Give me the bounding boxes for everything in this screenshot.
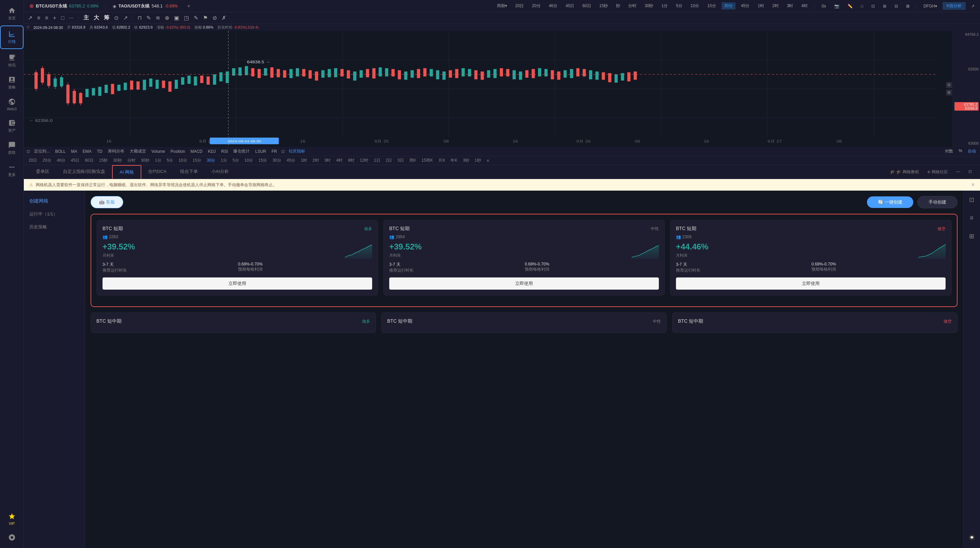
indicator-boll[interactable]: BOLL (54, 148, 67, 154)
strategy-card-5[interactable]: BTC 短中期 中性 (381, 313, 667, 333)
draw-rect[interactable]: □ (60, 14, 66, 22)
sidebar-item-community[interactable]: 群联 (0, 137, 24, 159)
p2-45m[interactable]: 45分 (285, 157, 297, 164)
p2-30m[interactable]: 30分 (205, 157, 217, 164)
p2-3d[interactable]: 3日 (395, 157, 406, 164)
draw-flag[interactable]: ⚑ (202, 14, 209, 22)
sidebar-item-market[interactable]: 行情 (0, 25, 24, 49)
indicator-liquidation[interactable]: 爆仓统计 (232, 148, 251, 155)
indicator-fr[interactable]: FR (270, 148, 278, 154)
sidebar-item-strategy[interactable]: 策略 (0, 72, 24, 94)
left-panel-running[interactable]: 运行中（1/1） (24, 208, 85, 221)
indicator-td[interactable]: TD (96, 148, 104, 154)
right-panel-btn3[interactable]: ⊞ (966, 230, 977, 243)
screenshot-btn[interactable]: 📷 (832, 3, 842, 9)
p2-3s[interactable]: 3秒 (461, 157, 471, 164)
p2-yeark[interactable]: 年K (449, 157, 459, 164)
draw-hline2[interactable]: ≡ (44, 14, 49, 22)
p2-15m[interactable]: 15分 (191, 157, 203, 164)
period-15s[interactable]: 15秒 (597, 2, 611, 10)
left-panel-create[interactable]: 创建网格 (24, 195, 85, 208)
p2-2d[interactable]: 2日 (384, 157, 394, 164)
p2-1h[interactable]: 1时 (299, 157, 309, 164)
p2-close[interactable]: × (485, 157, 492, 164)
p2-10m2[interactable]: 10分 (242, 157, 255, 164)
tab-combo-order[interactable]: 组合下单 (173, 165, 205, 179)
period-20m[interactable]: 20分 (529, 2, 543, 10)
tab-ai-analysis[interactable]: 小AI分析 (205, 165, 235, 179)
p2-45d[interactable]: 45日 (69, 157, 81, 164)
indicator-kdj[interactable]: KDJ (207, 148, 217, 154)
indicator-lsur[interactable]: LSUR (254, 148, 267, 154)
grid-community-btn[interactable]: ⊕ 网格社区 (924, 168, 951, 176)
indicator-position[interactable]: Position (169, 148, 186, 154)
p2-ft[interactable]: 分时 (125, 157, 138, 164)
p2-1m[interactable]: 1分 (153, 157, 164, 164)
tab-custom[interactable]: 自定义指标/回测/实盘 (56, 165, 112, 179)
p2-1s[interactable]: 1秒 (473, 157, 483, 164)
percent-btn[interactable]: % (957, 148, 964, 155)
indicator-macd[interactable]: MACD (189, 148, 204, 154)
period-45d[interactable]: 45日 (563, 2, 577, 10)
draw-filter[interactable]: ⊘ (211, 14, 218, 22)
p2-30s2[interactable]: 30秒 (139, 157, 151, 164)
sidebar-item-assets[interactable]: 资产 (0, 115, 24, 137)
period-1h[interactable]: 1时 (755, 2, 767, 10)
period-30s[interactable]: 30秒 (642, 2, 656, 10)
indicator-volume[interactable]: Volume (150, 148, 167, 154)
indicator-rsi[interactable]: RSI (220, 148, 229, 154)
draw-chips[interactable]: 筹 (102, 14, 111, 22)
p2-5m2[interactable]: 5分 (231, 157, 241, 164)
period-5m[interactable]: 5分 (673, 2, 685, 10)
layout1-btn[interactable]: ⊡ (869, 3, 878, 9)
draw-edit[interactable]: ✎ (192, 14, 200, 22)
card1-use-btn[interactable]: 立即使用 (102, 277, 372, 290)
period-46m[interactable]: 46分 (546, 2, 560, 10)
sidebar-item-more[interactable]: 更多 (0, 159, 24, 181)
box-btn[interactable]: □ (858, 3, 866, 9)
period-20d[interactable]: 20日 (512, 2, 527, 10)
draw-more[interactable]: ··· (68, 14, 75, 22)
strategy-card-1[interactable]: BTC 短期 做多 👥 2283 (97, 220, 378, 295)
draw-circle[interactable]: ⊙ (113, 14, 120, 22)
right-panel-btn2[interactable]: ≡ (967, 212, 976, 224)
period-30m[interactable]: 30分 (722, 2, 735, 10)
p2-4h[interactable]: 4时 (334, 157, 345, 164)
tab-delegate[interactable]: 委单区 (29, 165, 56, 179)
indicator-ma[interactable]: MA (70, 148, 79, 154)
service-btn[interactable]: 🤖 客服 (91, 196, 123, 208)
draw-hline[interactable]: ≡ (36, 14, 41, 22)
period-45m[interactable]: 45分 (738, 2, 752, 10)
period-cycle[interactable]: 周期▾ (494, 2, 510, 10)
tab-ai-grid[interactable]: AI 网格 (112, 165, 141, 179)
period-1m[interactable]: 1分 (659, 2, 670, 10)
p2-5m[interactable]: 5分 (165, 157, 175, 164)
dfgh-btn[interactable]: DFGH▾ (921, 3, 940, 9)
layout2-btn[interactable]: ⊞ (880, 3, 889, 9)
period-60d[interactable]: 60日 (579, 2, 593, 10)
auto-create-btn[interactable]: 🔄 一键创建 (867, 196, 913, 208)
edit-btn[interactable]: ✏️ (845, 3, 855, 9)
p2-60d[interactable]: 60日 (83, 157, 95, 164)
strategy-card-2[interactable]: BTC 短期 中性 👥 2954 (383, 220, 665, 295)
sidebar-item-web3[interactable]: Web3 (0, 94, 24, 115)
indicator-chip[interactable]: 筹码分布 (107, 148, 126, 155)
draw-main[interactable]: 主 (82, 14, 90, 22)
p2-30s[interactable]: 30秒 (111, 157, 124, 164)
auto-btn[interactable]: 自动 (966, 148, 977, 155)
period-4h[interactable]: 4时 (799, 2, 810, 10)
p2-15weekk[interactable]: 15周K (420, 157, 435, 164)
left-panel-history[interactable]: 历史策略 (24, 221, 85, 233)
draw-arrow[interactable]: ↗ (27, 14, 34, 22)
draw-cross[interactable]: + (52, 14, 57, 22)
strategy-card-4[interactable]: BTC 短中期 做多 (91, 313, 376, 333)
indicator-locate[interactable]: 定位到... (33, 148, 51, 155)
p2-weekk[interactable]: 周K (407, 157, 418, 164)
card2-use-btn[interactable]: 立即使用 (389, 277, 659, 290)
chips-btn[interactable]: 筹 (946, 82, 952, 88)
p2-1d[interactable]: 1日 (372, 157, 382, 164)
fullscreen-btn[interactable]: ⊠ (904, 3, 912, 9)
strategy-card-3[interactable]: BTC 短期 做空 👥 2309 (670, 220, 951, 295)
p2-10m[interactable]: 10分 (177, 157, 189, 164)
draw-box2[interactable]: ▣ (173, 14, 180, 22)
